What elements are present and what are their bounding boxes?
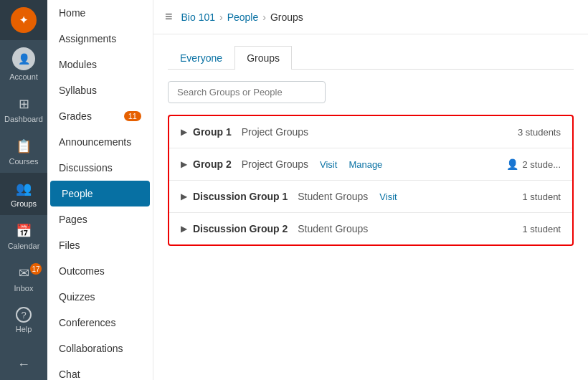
- sidebar-label-home: Home: [59, 7, 85, 19]
- tab-bar: Everyone Groups: [168, 46, 574, 70]
- group-name: Discussion Group 2: [193, 223, 288, 234]
- sidebar-label-chat: Chat: [59, 369, 80, 380]
- avatar: 👤: [12, 47, 35, 70]
- group-category: Student Groups: [298, 223, 368, 234]
- nav-item-account[interactable]: 👤 Account: [0, 40, 47, 88]
- help-icon: ?: [16, 307, 32, 323]
- table-row: ▶ Discussion Group 2 Student Groups 1 st…: [169, 213, 572, 244]
- person-icon: 👤: [506, 158, 518, 170]
- sidebar-item-syllabus[interactable]: Syllabus: [47, 77, 153, 103]
- group-name: Group 2: [193, 158, 232, 170]
- group-row-left: ▶ Discussion Group 1 Student Groups Visi…: [181, 191, 397, 202]
- nav-item-help[interactable]: ? Help: [0, 300, 47, 341]
- nav-label-courses: Courses: [9, 157, 39, 166]
- group-row-left: ▶ Group 1 Project Groups: [181, 126, 308, 138]
- expand-icon[interactable]: ▶: [181, 159, 187, 169]
- content-area: Everyone Groups ▶ Group 1 Project Groups…: [153, 34, 588, 380]
- hamburger-icon[interactable]: ≡: [165, 9, 173, 24]
- nav-item-collapse[interactable]: ←: [0, 348, 47, 380]
- sidebar-label-modules: Modules: [59, 59, 97, 70]
- sidebar-item-discussions[interactable]: Discussions: [47, 155, 153, 181]
- groups-list: ▶ Group 1 Project Groups 3 students ▶ Gr…: [168, 115, 574, 246]
- group-row-left: ▶ Discussion Group 2 Student Groups: [181, 223, 368, 234]
- group-category: Project Groups: [242, 126, 308, 138]
- group-name: Discussion Group 1: [193, 191, 288, 202]
- student-count: 1 student: [523, 191, 561, 202]
- nav-label-account: Account: [9, 72, 38, 81]
- sidebar-item-people[interactable]: People: [50, 181, 150, 206]
- sidebar-item-outcomes[interactable]: Outcomes: [47, 258, 153, 284]
- group-visit-link[interactable]: Visit: [379, 191, 397, 202]
- tab-everyone-label: Everyone: [180, 52, 222, 64]
- sidebar-item-conferences[interactable]: Conferences: [47, 310, 153, 336]
- sidebar-label-syllabus: Syllabus: [59, 85, 97, 96]
- sidebar-item-files[interactable]: Files: [47, 232, 153, 258]
- sidebar-item-chat[interactable]: Chat: [47, 361, 153, 380]
- group-visit-link[interactable]: Visit: [320, 159, 337, 170]
- group-row-right: 👤 2 stude...: [506, 158, 561, 170]
- nav-label-inbox: Inbox: [14, 284, 34, 293]
- nav-item-inbox-wrap: ✉ 17 Inbox: [0, 257, 47, 300]
- sidebar-item-modules[interactable]: Modules: [47, 52, 153, 77]
- course-sidebar: Home Assignments Modules Syllabus Grades…: [47, 0, 153, 380]
- table-row: ▶ Group 2 Project Groups Visit Manage 👤 …: [169, 148, 572, 181]
- inbox-badge: 17: [30, 263, 42, 275]
- search-input[interactable]: [168, 81, 326, 103]
- sidebar-label-discussions: Discussions: [59, 162, 113, 174]
- group-category: Student Groups: [298, 191, 368, 202]
- grades-badge: 11: [124, 111, 141, 121]
- sidebar-label-quizzes: Quizzes: [59, 291, 95, 303]
- logo-icon: ✦: [11, 7, 37, 33]
- expand-icon[interactable]: ▶: [181, 224, 187, 234]
- nav-item-inbox[interactable]: ✉ 17 Inbox: [0, 257, 47, 300]
- group-row-right: 1 student: [523, 191, 561, 202]
- nav-item-groups[interactable]: 👥 Groups: [0, 173, 47, 215]
- sidebar-item-pages[interactable]: Pages: [47, 206, 153, 232]
- expand-icon[interactable]: ▶: [181, 127, 187, 137]
- nav-item-dashboard[interactable]: ⊞ Dashboard: [0, 88, 47, 130]
- sidebar-label-assignments: Assignments: [59, 33, 116, 44]
- sidebar-item-assignments[interactable]: Assignments: [47, 26, 153, 52]
- breadcrumb-course[interactable]: Bio 101: [181, 11, 215, 23]
- sidebar-label-conferences: Conferences: [59, 317, 115, 328]
- breadcrumb: Bio 101 › People › Groups: [181, 11, 303, 23]
- sidebar-label-announcements: Announcements: [59, 136, 131, 148]
- calendar-icon: 📅: [15, 222, 32, 239]
- dashboard-icon: ⊞: [15, 95, 32, 113]
- group-name: Group 1: [193, 126, 232, 138]
- tab-everyone[interactable]: Everyone: [168, 46, 234, 70]
- search-box: [168, 81, 574, 103]
- breadcrumb-current: Groups: [270, 11, 303, 23]
- sidebar-item-home[interactable]: Home: [47, 0, 153, 26]
- table-row: ▶ Discussion Group 1 Student Groups Visi…: [169, 181, 572, 213]
- groups-icon: 👥: [15, 180, 32, 197]
- nav-label-calendar: Calendar: [8, 242, 40, 250]
- nav-label-dashboard: Dashboard: [4, 115, 43, 123]
- nav-bottom: ←: [0, 348, 47, 380]
- sidebar-label-collaborations: Collaborations: [59, 343, 123, 354]
- group-row-right: 3 students: [518, 127, 561, 138]
- group-row-left: ▶ Group 2 Project Groups Visit Manage: [181, 158, 382, 170]
- nav-item-calendar[interactable]: 📅 Calendar: [0, 215, 47, 257]
- sidebar-label-outcomes: Outcomes: [59, 265, 105, 277]
- sidebar-item-grades[interactable]: Grades 11: [47, 103, 153, 129]
- app-logo: ✦: [0, 0, 47, 40]
- group-manage-link[interactable]: Manage: [348, 159, 382, 170]
- student-count: 1 student: [523, 224, 561, 234]
- student-count: 3 students: [518, 127, 561, 138]
- nav-item-courses[interactable]: 📋 Courses: [0, 130, 47, 173]
- group-category: Project Groups: [242, 158, 308, 170]
- sidebar-item-collaborations[interactable]: Collaborations: [47, 336, 153, 361]
- tab-groups[interactable]: Groups: [234, 46, 292, 70]
- breadcrumb-sep2: ›: [262, 11, 266, 23]
- breadcrumb-sep1: ›: [219, 11, 223, 23]
- sidebar-item-announcements[interactable]: Announcements: [47, 129, 153, 155]
- sidebar-item-quizzes[interactable]: Quizzes: [47, 284, 153, 310]
- student-count: 2 stude...: [523, 159, 561, 170]
- table-row: ▶ Group 1 Project Groups 3 students: [169, 116, 572, 148]
- tab-groups-label: Groups: [247, 52, 280, 64]
- expand-icon[interactable]: ▶: [181, 191, 187, 201]
- sidebar-label-pages: Pages: [59, 214, 87, 225]
- breadcrumb-section[interactable]: People: [227, 11, 259, 23]
- collapse-icon: ←: [15, 356, 32, 373]
